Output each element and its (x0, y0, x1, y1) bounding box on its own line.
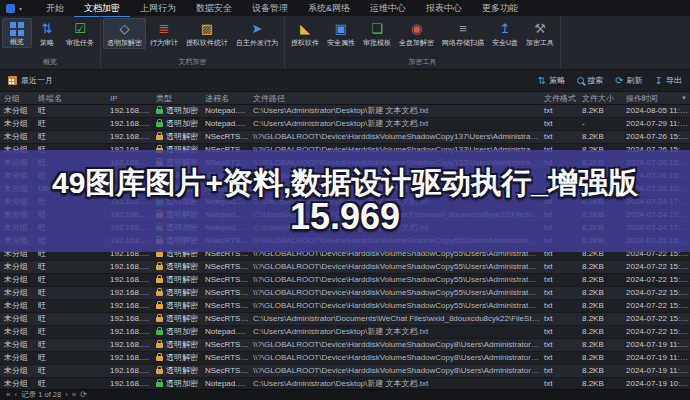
table-row[interactable]: 未分组旺192.168.0.8透明解密NSecRTS.exeC:\Users\A… (0, 313, 690, 326)
logo-caret-icon[interactable]: ▾ (19, 5, 22, 12)
menu-tab-更多功能[interactable]: 更多功能 (472, 0, 528, 17)
cell-进程名: Notepad.exe (201, 183, 249, 195)
table-row[interactable]: 未分组旺192.168.0.8透明加密Notepad.exeC:\Users\A… (0, 378, 690, 389)
calendar-icon (8, 76, 17, 85)
cell-操作时间: 2024-07-26 15:15:11 (622, 170, 690, 182)
column-header-IP[interactable]: IP (106, 92, 152, 104)
app-window: ▾ 开始文档加密上网行为数据安全设备管理系统&网络运维中心报表中心更多功能 概览… (0, 0, 690, 400)
ribbon-button-审批任务[interactable]: ☑审批任务 (62, 18, 98, 49)
table-row[interactable]: 未分组DESKTOP-9G8N560192.168.0.8透明加密Notepad… (0, 183, 690, 196)
menu-items: 开始文档加密上网行为数据安全设备管理系统&网络运维中心报表中心更多功能 (36, 0, 528, 17)
ribbon-button-概览[interactable]: 概览 (2, 18, 32, 48)
cell-操作时间: 2024-07-24 17:09:24 (622, 222, 690, 234)
column-header-进程名[interactable]: 进程名 (201, 92, 249, 104)
table-row[interactable]: 未分组旺192.168.0.8透明解密NSecRTS.exe\\?\GLOBAL… (0, 144, 690, 157)
cell-操作时间: 2024-07-26 15:20:28 (622, 157, 690, 169)
export-icon: ↧ (655, 76, 663, 86)
ribbon-button-label: 全盘加解密 (399, 38, 434, 48)
ribbon-button-透明加解密[interactable]: ◇透明加解密 (103, 18, 146, 49)
table-row[interactable]: 未分组旺192.168.0.8透明解密NSecRTS.exe\\?\GLOBAL… (0, 235, 690, 248)
menu-tab-数据安全[interactable]: 数据安全 (186, 0, 242, 17)
menu-tab-报表中心[interactable]: 报表中心 (416, 0, 472, 17)
table-row[interactable]: 未分组旺192.168.0.8透明解密NSecRTS.exe\\?\GLOBAL… (0, 261, 690, 274)
cell-分组: 未分组 (0, 378, 34, 389)
cell-分组: 未分组 (0, 287, 34, 299)
table-row[interactable]: 未分组旺192.168.0.8透明解密NSecRTS.exe\\?\GLOBAL… (0, 352, 690, 365)
column-header-操作时间[interactable]: 操作时间 (622, 92, 690, 104)
table-row[interactable]: 未分组旺192.168.0.8透明解密NSecRTS.exe\\?\GLOBAL… (0, 274, 690, 287)
cube-icon: ◇ (120, 20, 130, 37)
date-range-filter[interactable]: 最近一月 (8, 75, 53, 86)
table-row[interactable]: 未分组旺192.168.0.8透明解密Notepad.exeC:\Users\A… (0, 209, 690, 222)
cell-操作时间: 2024-07-26 10:37:32 (622, 183, 690, 195)
ribbon-button-安全属性[interactable]: ▣安全属性 (323, 18, 359, 49)
search-button[interactable]: 搜索 (577, 75, 603, 86)
app-logo-icon[interactable] (6, 4, 15, 13)
usb-icon: ↥ (500, 20, 511, 37)
cell-文件格式: txt (540, 209, 578, 221)
ribbon-button-网络存储扫描[interactable]: ≡网络存储扫描 (438, 18, 488, 49)
search-icon (577, 77, 584, 84)
cell-文件格式: txt (540, 313, 578, 325)
menu-tab-文档加密[interactable]: 文档加密 (74, 0, 130, 17)
next-page-button[interactable]: › (65, 390, 68, 400)
column-header-终端名[interactable]: 终端名 (34, 92, 106, 104)
table-row[interactable]: 未分组旺192.168.0.8透明加密Notepad.exeC:\Users\A… (0, 105, 690, 118)
ribbon-button-授权软件统计[interactable]: ▨授权软件统计 (182, 18, 232, 49)
table-row[interactable]: 未分组旺192.168.0.8透明加密Notepad.exeC:\Users\A… (0, 118, 690, 131)
cell-文件大小: 8.2KB (578, 352, 622, 364)
cell-分组: 未分组 (0, 248, 34, 260)
reload-page-icon[interactable]: ⟳ (80, 390, 87, 400)
menu-tab-系统&网络[interactable]: 系统&网络 (298, 0, 360, 17)
cell-进程名: NSecRTS.exe (201, 131, 249, 143)
cell-分组: 未分组 (0, 144, 34, 156)
column-header-类型[interactable]: 类型 (152, 92, 201, 104)
cell-文件格式: txt (540, 326, 578, 338)
grid-icon (10, 22, 24, 36)
cell-文件路径: \\?\GLOBALROOT\Device\HarddiskVolumeShad… (249, 131, 540, 143)
menu-tab-开始[interactable]: 开始 (36, 0, 74, 17)
table-row[interactable]: 未分组旺192.168.0.8透明解密NSecRTS.exe\\?\GLOBAL… (0, 365, 690, 378)
ribbon-button-安全U盘[interactable]: ↥安全U盘 (488, 18, 522, 49)
prev-page-button[interactable]: ‹ (14, 390, 17, 400)
ribbon-button-全盘加解密[interactable]: ◉全盘加解密 (395, 18, 438, 49)
table-row[interactable]: 未分组旺192.168.0.8透明加密Notepad.exeC:\Users\A… (0, 326, 690, 339)
table-row[interactable]: 未分组旺192.168.0.8透明解密NSecRTS.exe\\?\GLOBAL… (0, 287, 690, 300)
cell-进程名: NSecRTS.exe (201, 261, 249, 273)
ribbon-button-加密工具[interactable]: ⚒加密工具 (522, 18, 558, 49)
first-page-button[interactable]: « (6, 390, 10, 400)
policy-button[interactable]: ⇅ 策略 (538, 75, 565, 86)
cell-文件格式: txt (540, 131, 578, 143)
table-row[interactable]: 未分组旺192.168.0.8透明解密NSecRTS.exe\\?\GLOBAL… (0, 339, 690, 352)
table-row[interactable]: 未分组旺192.168.0.8透明解密NSecRTS.exe\\?\GLOBAL… (0, 131, 690, 144)
action-buttons: ⇅ 策略 搜索 ⟳ 刷新 ↧ 导出 (538, 75, 682, 86)
cell-type: 透明解密 (152, 170, 201, 182)
table-row[interactable]: 未分组旺192.168.0.8透明解密NSecRTS.exe\\?\GLOBAL… (0, 170, 690, 183)
column-header-文件格式[interactable]: 文件格式 (540, 92, 578, 104)
column-menu-dropdown-icon[interactable]: ▼ (681, 92, 687, 105)
last-page-button[interactable]: » (72, 390, 76, 400)
column-header-分组[interactable]: 分组 (0, 92, 34, 104)
cell-进程名: NSecRTS.exe (201, 365, 249, 377)
ribbon-button-授权软件[interactable]: ◣授权软件 (287, 18, 323, 49)
menu-tab-运维中心[interactable]: 运维中心 (360, 0, 416, 17)
table-row[interactable]: 未分组旺192.168.0.8透明加密Notepad.exeC:\Users\A… (0, 196, 690, 209)
ribbon-button-行为审计[interactable]: ≣行为审计 (146, 18, 182, 49)
export-button[interactable]: ↧ 导出 (655, 75, 682, 86)
menu-tab-设备管理[interactable]: 设备管理 (242, 0, 298, 17)
column-header-文件路径[interactable]: 文件路径 (249, 92, 540, 104)
cell-文件路径: \\?\GLOBALROOT\Device\HarddiskVolumeShad… (249, 274, 540, 286)
ribbon-button-审批模板[interactable]: ❏审批模板 (359, 18, 395, 49)
ribbon-button-策略[interactable]: ⇅策略 (32, 18, 62, 49)
table-row[interactable]: 未分组旺192.168.0.8透明加密Notepad.exeC:\Users\A… (0, 222, 690, 235)
table-row[interactable]: 未分组旺192.168.0.8透明解密NSecRTS.exe\\?\GLOBAL… (0, 300, 690, 313)
ribbon-button-自主外发行为[interactable]: ➤自主外发行为 (232, 18, 282, 49)
table-row[interactable]: 未分组旺192.168.0.8透明解密NSecRTS.exe\\?\GLOBAL… (0, 157, 690, 170)
cell-终端名: 旺 (34, 261, 106, 273)
refresh-button[interactable]: ⟳ 刷新 (615, 75, 642, 86)
cell-终端名: 旺 (34, 235, 106, 247)
table-row[interactable]: 未分组旺192.168.0.8透明解密NSecRTS.exe\\?\GLOBAL… (0, 248, 690, 261)
menu-tab-上网行为[interactable]: 上网行为 (130, 0, 186, 17)
column-header-文件大小[interactable]: 文件大小 (578, 92, 622, 104)
cell-文件格式: txt (540, 378, 578, 389)
